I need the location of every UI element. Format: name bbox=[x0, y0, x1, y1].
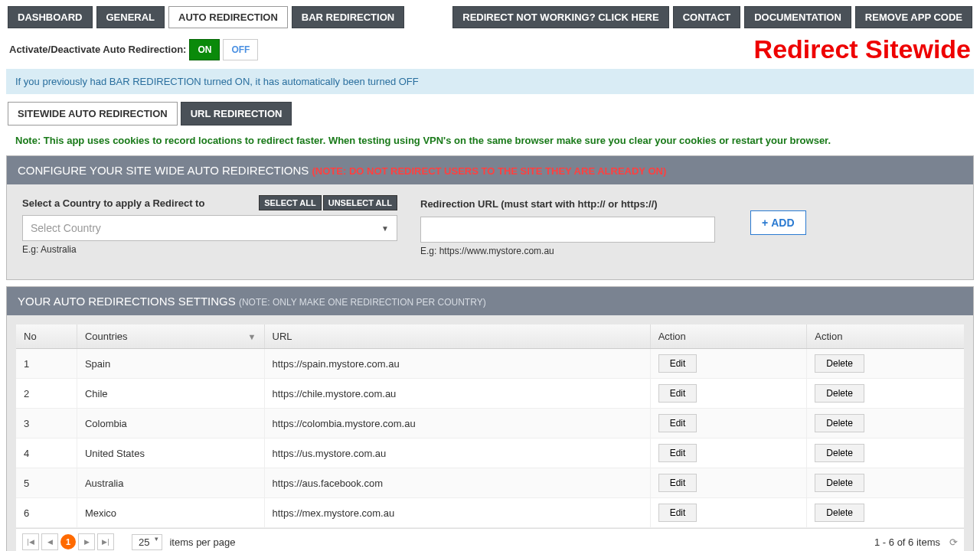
pager-last-button[interactable]: ▶| bbox=[97, 533, 114, 550]
toggle-on-button[interactable]: ON bbox=[189, 39, 220, 60]
cell-edit: Edit bbox=[651, 439, 808, 468]
cell-country: Mexico bbox=[77, 498, 265, 527]
edit-button[interactable]: Edit bbox=[658, 444, 697, 462]
pager-current-page[interactable]: 1 bbox=[60, 534, 76, 549]
pager: |◀ ◀ 1 ▶ ▶| 25 items per page 1 - 6 of 6… bbox=[16, 528, 964, 551]
subtab-url-redirection[interactable]: URL REDIRECTION bbox=[181, 102, 292, 126]
cell-delete: Delete bbox=[807, 349, 964, 378]
brand-title: Redirect Sitewide bbox=[754, 34, 971, 64]
cell-no: 2 bbox=[16, 379, 77, 408]
url-example: E.g: https://www.mystore.com.au bbox=[420, 246, 715, 256]
add-button[interactable]: + ADD bbox=[750, 210, 806, 235]
subtab-sitewide-auto-redirection[interactable]: SITEWIDE AUTO REDIRECTION bbox=[8, 102, 178, 126]
configure-header: CONFIGURE YOUR SITE WIDE AUTO REDIRECTIO… bbox=[7, 156, 973, 184]
settings-title: YOUR AUTO REDIRECTIONS SETTINGS bbox=[18, 295, 239, 308]
table-row: 4United Stateshttps://us.mystore.com.auE… bbox=[16, 439, 964, 468]
redirection-url-input[interactable] bbox=[420, 217, 715, 243]
col-action-delete: Action bbox=[807, 324, 964, 348]
cell-no: 4 bbox=[16, 439, 77, 468]
topbar: DASHBOARDGENERALAUTO REDIRECTIONBAR REDI… bbox=[0, 0, 980, 34]
cell-country: Colombia bbox=[77, 409, 265, 438]
cell-no: 5 bbox=[16, 468, 77, 497]
cell-no: 1 bbox=[16, 349, 77, 378]
pager-first-button[interactable]: |◀ bbox=[22, 533, 39, 550]
cell-delete: Delete bbox=[807, 498, 964, 527]
nav-redirect-not-working-click-here[interactable]: REDIRECT NOT WORKING? CLICK HERE bbox=[452, 6, 668, 28]
nav-auto-redirection[interactable]: AUTO REDIRECTION bbox=[168, 6, 288, 28]
settings-panel: YOUR AUTO REDIRECTIONS SETTINGS (NOTE: O… bbox=[6, 286, 974, 551]
cell-edit: Edit bbox=[651, 379, 808, 408]
table-row: 2Chilehttps://chile.mystore.com.auEditDe… bbox=[16, 379, 964, 409]
delete-button[interactable]: Delete bbox=[815, 444, 864, 462]
delete-button[interactable]: Delete bbox=[815, 474, 864, 492]
nav-remove-app-code[interactable]: REMOVE APP CODE bbox=[855, 6, 972, 28]
page-size-select[interactable]: 25 bbox=[132, 534, 162, 550]
add-label: ADD bbox=[771, 217, 794, 229]
table-row: 5Australiahttps://aus.facebook.comEditDe… bbox=[16, 468, 964, 498]
pager-prev-button[interactable]: ◀ bbox=[41, 533, 58, 550]
configure-title: CONFIGURE YOUR SITE WIDE AUTO REDIRECTIO… bbox=[18, 164, 312, 177]
cell-delete: Delete bbox=[807, 409, 964, 438]
country-placeholder: Select Country bbox=[31, 222, 101, 234]
col-url[interactable]: URL bbox=[265, 324, 651, 348]
table-row: 3Colombiahttps://colombia.mystore.com.au… bbox=[16, 409, 964, 439]
toggle-label: Activate/Deactivate Auto Redirection: bbox=[9, 44, 186, 55]
cell-url: https://mex.mystore.com.au bbox=[265, 498, 651, 527]
cell-no: 3 bbox=[16, 409, 77, 438]
country-select[interactable]: Select Country ▼ bbox=[22, 215, 397, 241]
cell-url: https://spain.mystore.com.au bbox=[265, 349, 651, 378]
cell-country: Chile bbox=[77, 379, 265, 408]
cell-url: https://aus.facebook.com bbox=[265, 468, 651, 497]
col-action-edit: Action bbox=[651, 324, 808, 348]
filter-icon[interactable]: ▼ bbox=[248, 332, 256, 341]
cell-url: https://colombia.mystore.com.au bbox=[265, 409, 651, 438]
country-label: Select a Country to apply a Redirect to bbox=[22, 197, 204, 209]
edit-button[interactable]: Edit bbox=[658, 474, 697, 492]
col-no[interactable]: No bbox=[16, 324, 77, 348]
cell-delete: Delete bbox=[807, 379, 964, 408]
cell-edit: Edit bbox=[651, 349, 808, 378]
toggle-off-button[interactable]: OFF bbox=[223, 39, 258, 60]
col-countries[interactable]: Countries ▼ bbox=[77, 324, 265, 348]
edit-button[interactable]: Edit bbox=[658, 414, 697, 432]
toggle-row: Activate/Deactivate Auto Redirection: ON… bbox=[0, 34, 980, 69]
delete-button[interactable]: Delete bbox=[815, 504, 864, 522]
delete-button[interactable]: Delete bbox=[815, 414, 864, 432]
pager-next-button[interactable]: ▶ bbox=[78, 533, 95, 550]
unselect-all-button[interactable]: UNSELECT ALL bbox=[323, 195, 397, 210]
cell-delete: Delete bbox=[807, 468, 964, 497]
edit-button[interactable]: Edit bbox=[658, 504, 697, 522]
cell-country: Spain bbox=[77, 349, 265, 378]
cell-delete: Delete bbox=[807, 439, 964, 468]
refresh-icon[interactable]: ⟳ bbox=[949, 536, 958, 548]
cell-url: https://chile.mystore.com.au bbox=[265, 379, 651, 408]
select-all-button[interactable]: SELECT ALL bbox=[259, 195, 321, 210]
nav-documentation[interactable]: DOCUMENTATION bbox=[744, 6, 851, 28]
nav-left: DASHBOARDGENERALAUTO REDIRECTIONBAR REDI… bbox=[8, 6, 404, 28]
nav-bar-redirection[interactable]: BAR REDIRECTION bbox=[292, 6, 404, 28]
pager-range: 1 - 6 of 6 items bbox=[874, 536, 940, 548]
cell-country: United States bbox=[77, 439, 265, 468]
cell-edit: Edit bbox=[651, 409, 808, 438]
per-page-label: items per page bbox=[169, 536, 235, 548]
edit-button[interactable]: Edit bbox=[658, 354, 697, 373]
settings-header: YOUR AUTO REDIRECTIONS SETTINGS (NOTE: O… bbox=[7, 287, 973, 315]
configure-warn: (NOTE: DO NOT REDIRECT USERS TO THE SITE… bbox=[312, 165, 667, 177]
nav-dashboard[interactable]: DASHBOARD bbox=[8, 6, 93, 28]
settings-sub: (NOTE: ONLY MAKE ONE REDIRECTION PER COU… bbox=[239, 297, 486, 308]
plus-icon: + bbox=[762, 217, 768, 229]
cell-url: https://us.mystore.com.au bbox=[265, 439, 651, 468]
table-row: 6Mexicohttps://mex.mystore.com.auEditDel… bbox=[16, 498, 964, 528]
edit-button[interactable]: Edit bbox=[658, 384, 697, 403]
delete-button[interactable]: Delete bbox=[815, 354, 864, 373]
country-example: E.g: Australia bbox=[22, 244, 397, 255]
cookie-note: Note: This app uses cookies to record lo… bbox=[0, 132, 980, 155]
configure-panel: CONFIGURE YOUR SITE WIDE AUTO REDIRECTIO… bbox=[6, 155, 974, 280]
nav-contact[interactable]: CONTACT bbox=[673, 6, 741, 28]
delete-button[interactable]: Delete bbox=[815, 384, 864, 403]
nav-general[interactable]: GENERAL bbox=[96, 6, 165, 28]
nav-right: REDIRECT NOT WORKING? CLICK HERECONTACTD… bbox=[452, 6, 972, 28]
cell-no: 6 bbox=[16, 498, 77, 527]
cell-country: Australia bbox=[77, 468, 265, 497]
url-label: Redirection URL (must start with http://… bbox=[420, 198, 658, 210]
